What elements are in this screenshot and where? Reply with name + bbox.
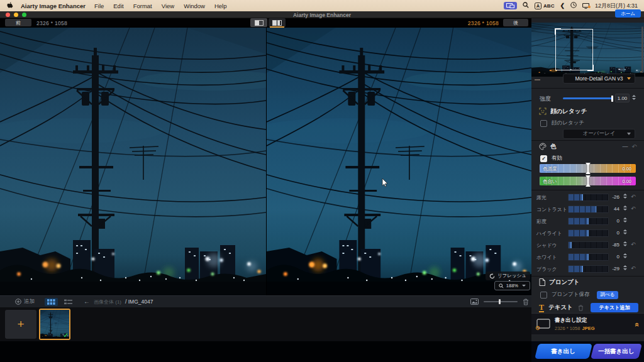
strength-label: 強度 bbox=[540, 95, 551, 103]
overlay-mode-dropdown[interactable]: オーバーレイ bbox=[563, 129, 635, 139]
thumbnail-size-slider[interactable] bbox=[484, 301, 518, 302]
adjust-label: コントラスト bbox=[536, 206, 567, 213]
export-button[interactable]: 書き出し bbox=[535, 344, 592, 359]
window-title: Aiarty Image Enhancer bbox=[0, 12, 644, 18]
slider-thumb[interactable] bbox=[611, 96, 613, 102]
adjust-value: 0 bbox=[602, 254, 619, 260]
add-thumbnail-button[interactable]: + bbox=[5, 310, 36, 339]
stepper[interactable] bbox=[623, 206, 627, 211]
menu-status-area: A ABC ❮ 12月8日(月) 4:31 bbox=[504, 2, 638, 10]
face-retouch-checkbox[interactable] bbox=[540, 120, 547, 127]
stepper[interactable] bbox=[623, 265, 627, 270]
menu-clock[interactable]: 12月8日(月) 4:31 bbox=[595, 2, 638, 10]
tint-slider[interactable]: 色合い 0.00 bbox=[540, 177, 636, 185]
mouse-cursor bbox=[382, 178, 389, 187]
batch-export-button[interactable]: 一括書き出し bbox=[591, 344, 642, 359]
settings-sidebar: More-Detail GAN v3 強度 1.00 顔のレタッチ 顔のレタッチ… bbox=[531, 18, 644, 362]
palette-icon bbox=[539, 143, 547, 150]
slider-thumb[interactable] bbox=[499, 299, 501, 304]
strength-value[interactable]: 1.00 bbox=[615, 94, 630, 102]
adjustment-sliders: 露光-26↶コントラスト44↶彩度0↶ハイライト0↶シャドウ-85↶ホワイト0↶… bbox=[531, 192, 644, 275]
trash-icon[interactable] bbox=[578, 305, 584, 311]
control-center-icon[interactable]: ❮ bbox=[560, 3, 565, 9]
adjust-value: 44 bbox=[602, 206, 619, 212]
temperature-slider[interactable]: 色温度 0.00 bbox=[540, 164, 636, 173]
stepper[interactable] bbox=[623, 217, 627, 222]
collapse-icon[interactable]: — bbox=[623, 143, 628, 150]
filmstrip-thumbnail[interactable]: ✓ bbox=[39, 309, 70, 340]
slider-thumb[interactable] bbox=[587, 163, 589, 174]
divider bbox=[531, 140, 644, 141]
spotlight-icon[interactable] bbox=[523, 2, 529, 9]
stepper[interactable] bbox=[623, 194, 627, 199]
undo-icon[interactable]: ↶ bbox=[631, 241, 636, 248]
prompt-save-checkbox[interactable] bbox=[540, 292, 547, 299]
chevron-down-icon bbox=[522, 285, 526, 287]
refresh-icon bbox=[489, 273, 495, 279]
face-retouch-header: 顔のレタッチ bbox=[539, 107, 640, 116]
back-arrow-icon[interactable]: ← bbox=[84, 299, 90, 305]
menu-items: FileEditFormatViewWindowHelp bbox=[94, 3, 227, 9]
before-image[interactable] bbox=[0, 28, 266, 295]
menu-bar: Aiarty Image Enhancer FileEditFormatView… bbox=[0, 0, 644, 11]
grid-view-button[interactable] bbox=[45, 298, 58, 306]
panel-resize-handle[interactable] bbox=[535, 79, 540, 80]
after-button[interactable]: 後 bbox=[503, 19, 528, 26]
slider-thumb[interactable] bbox=[587, 175, 589, 187]
undo-icon[interactable]: ↶ bbox=[631, 265, 636, 272]
bottom-toolbar: 追加 ← 画像全体 (1) / IMG_4047 bbox=[0, 295, 531, 307]
adjust-label: ホワイト bbox=[536, 254, 557, 261]
face-scan-icon bbox=[539, 107, 547, 115]
menu-item-edit[interactable]: Edit bbox=[113, 3, 123, 9]
divider bbox=[531, 190, 644, 190]
zoom-level-control[interactable]: 188% bbox=[494, 281, 530, 290]
stepper[interactable] bbox=[632, 95, 636, 100]
color-enabled-checkbox[interactable]: ✓ bbox=[540, 155, 547, 162]
navigator-viewport[interactable] bbox=[555, 29, 593, 70]
input-source-icon[interactable]: A ABC bbox=[535, 3, 554, 9]
strength-slider[interactable] bbox=[563, 97, 613, 99]
home-button[interactable]: ホーム bbox=[615, 9, 641, 18]
grid-icon bbox=[47, 299, 55, 305]
display-status-icon[interactable] bbox=[582, 3, 589, 9]
menu-item-window[interactable]: Window bbox=[184, 3, 205, 9]
collapse-panel-icon[interactable]: « bbox=[633, 322, 641, 326]
undo-icon[interactable]: ↶ bbox=[632, 143, 637, 150]
text-section: T テキスト テキスト追加 bbox=[539, 302, 638, 313]
navigator-thumbnail[interactable] bbox=[531, 23, 644, 77]
screen-mirroring-icon[interactable] bbox=[504, 2, 517, 9]
list-view-button[interactable] bbox=[62, 298, 75, 306]
compare-toolbar: 前 2326 * 1058 2326 * 1058 後 bbox=[0, 18, 531, 28]
side-by-side-view-button[interactable] bbox=[269, 18, 286, 27]
adjust-row-0: 露光-26↶ bbox=[531, 192, 644, 204]
breadcrumb[interactable]: 画像全体 (1) bbox=[94, 299, 121, 305]
menu-app-name[interactable]: Aiarty Image Enhancer bbox=[21, 3, 86, 9]
add-image-button[interactable]: 追加 bbox=[15, 298, 35, 305]
scrollbar[interactable] bbox=[641, 26, 643, 73]
stepper[interactable] bbox=[623, 241, 627, 246]
split-view-button[interactable] bbox=[250, 18, 267, 27]
trash-icon[interactable] bbox=[523, 299, 529, 305]
model-dropdown[interactable]: More-Detail GAN v3 bbox=[563, 74, 635, 84]
clock-menu-icon[interactable] bbox=[570, 2, 577, 9]
add-text-button[interactable]: テキスト追加 bbox=[591, 303, 638, 312]
adjust-value: -85 bbox=[602, 242, 619, 248]
adjust-row-5: ホワイト0↶ bbox=[531, 251, 644, 263]
apple-logo-icon[interactable] bbox=[6, 2, 13, 10]
adjust-value: -29 bbox=[602, 266, 619, 272]
before-button[interactable]: 前 bbox=[5, 19, 31, 26]
chevron-down-icon bbox=[627, 77, 631, 80]
export-settings-panel[interactable]: ⚙ 書き出し設定 2326 * 1058JPEG « bbox=[531, 313, 644, 334]
refresh-button[interactable]: リフレッシュ bbox=[486, 272, 530, 280]
stepper[interactable] bbox=[623, 253, 627, 258]
menu-item-file[interactable]: File bbox=[94, 3, 104, 9]
menu-item-format[interactable]: Format bbox=[133, 3, 152, 9]
after-image[interactable]: リフレッシュ 188% bbox=[266, 28, 531, 295]
adjust-value: -26 bbox=[602, 194, 619, 200]
menu-item-help[interactable]: Help bbox=[214, 3, 227, 9]
undo-icon[interactable]: ↶ bbox=[631, 194, 636, 200]
stepper[interactable] bbox=[623, 229, 627, 234]
learn-badge[interactable]: 調べる bbox=[597, 291, 619, 299]
menu-item-view[interactable]: View bbox=[162, 3, 174, 9]
undo-icon[interactable]: ↶ bbox=[631, 206, 636, 212]
